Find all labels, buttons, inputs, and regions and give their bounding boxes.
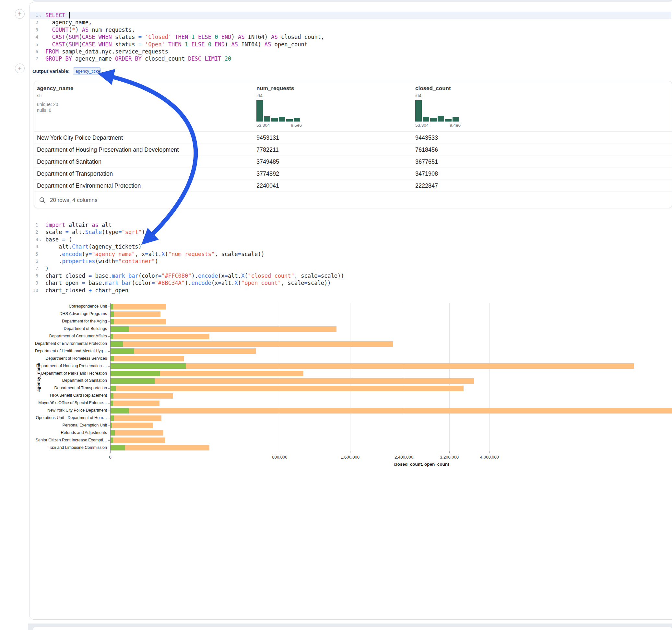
histogram-bar (257, 100, 263, 122)
code-line[interactable]: 10chart_closed + chart_open (30, 287, 671, 294)
x-axis-tick (449, 452, 450, 453)
table-cell: 7618456 (415, 146, 438, 153)
table-row[interactable]: Department of Housing Preservation and D… (34, 144, 672, 155)
code-line[interactable]: 3⌄base = ( (30, 236, 671, 243)
code-text: chart_closed + chart_open (44, 287, 128, 294)
column-header-agency-name[interactable]: agency_name str unique: 20 nulls: 0 (37, 85, 73, 113)
code-line[interactable]: 4 CAST(SUM(CASE WHEN status = 'Closed' T… (30, 33, 671, 41)
x-tick-label: 3,200,000 (430, 455, 469, 460)
y-axis-category-label: Department of Sanitation (0, 378, 107, 383)
column-histogram (257, 100, 302, 122)
y-axis-category-label: Department of Consumer Affairs (0, 334, 107, 338)
table-cell: Department of Environmental Protection (37, 183, 141, 189)
open-bar (110, 408, 129, 413)
gridline (404, 303, 404, 452)
table-row[interactable]: New York City Police Department945313194… (34, 131, 672, 144)
y-axis-tick (108, 314, 110, 314)
histogram-bar (415, 100, 422, 122)
column-name: closed_count (415, 85, 461, 92)
code-text: alt.Chart(agency_tickets) (44, 243, 142, 250)
y-axis-tick (108, 336, 110, 337)
histogram-bar (294, 118, 300, 122)
closed-bar (110, 445, 210, 451)
add-cell-button[interactable]: + (15, 64, 25, 73)
next-cell-edge (33, 627, 672, 630)
closed-bar (110, 422, 153, 428)
open-bar (110, 415, 114, 421)
y-axis-category-label: Department of Parks and Recreation (0, 371, 107, 375)
output-variable-chip[interactable]: agency_tickets (73, 67, 101, 75)
code-line[interactable]: 1import altair as alt (30, 221, 671, 228)
code-line[interactable]: 9chart_open = base.mark_bar(color="#8BC3… (30, 280, 671, 287)
y-axis-tick (108, 366, 110, 366)
open-bar (110, 334, 113, 339)
y-axis-tick (108, 381, 110, 381)
table-row[interactable]: Department of Transportation377489234719… (34, 168, 672, 179)
code-line[interactable]: 5 .encode(y="agency_name", x=alt.X("num_… (30, 250, 671, 258)
fold-chevron-icon[interactable]: ⌄ (38, 12, 44, 19)
y-axis-tick (108, 359, 110, 359)
gridline (280, 303, 280, 452)
y-axis-category-label: Operations Unit - Department of Hom… (0, 415, 107, 420)
open-bar (110, 341, 123, 347)
sql-cell-editor[interactable]: 1⌄SELECT 2 agency_name,3 COUNT(*) AS num… (30, 12, 671, 63)
table-row[interactable]: Department of Sanitation37494853677651 (34, 155, 672, 168)
table-body: New York City Police Department945313194… (34, 131, 672, 192)
code-line[interactable]: 2scale = alt.Scale(type="sqrt") (30, 228, 671, 236)
code-text: FROM sample_data.nyc.service_requests (44, 48, 168, 55)
x-axis-tick (110, 452, 111, 453)
open-bar (110, 326, 129, 332)
code-line[interactable]: 3 COUNT(*) AS num_requests, (30, 26, 671, 33)
code-text: agency_name, (44, 19, 92, 26)
histogram-max-label: 9.4e6 (450, 123, 461, 128)
code-text: COUNT(*) AS num_requests, (44, 26, 135, 33)
add-cell-button[interactable]: + (15, 9, 25, 19)
line-number: 1 (30, 12, 38, 19)
table-cell: 3749485 (257, 159, 279, 165)
code-line[interactable]: 5 CAST(SUM(CASE WHEN status = 'Open' THE… (30, 41, 671, 48)
x-tick-label: 0 (91, 455, 130, 460)
code-text: SELECT (44, 12, 70, 19)
fold-chevron-icon[interactable]: ⌄ (38, 236, 44, 243)
python-cell-editor[interactable]: 1import altair as alt2scale = alt.Scale(… (30, 221, 671, 294)
closed-bar (110, 386, 463, 391)
results-footer: 20 rows, 4 columns (34, 192, 672, 208)
code-line[interactable]: 8chart_closed = base.mark_bar(color="#FF… (30, 272, 671, 280)
code-line[interactable]: 1⌄SELECT (30, 12, 671, 19)
y-axis-category-label: Personal Exemption Unit (0, 423, 107, 428)
histogram-bar (286, 119, 293, 122)
line-number: 8 (30, 272, 38, 280)
line-number: 9 (30, 280, 38, 287)
code-text: chart_closed = base.mark_bar(color="#FFC… (44, 272, 344, 280)
code-line[interactable]: 6FROM sample_data.nyc.service_requests (30, 48, 671, 55)
line-number: 5 (30, 250, 38, 258)
code-line[interactable]: 6 .properties(width="container") (30, 258, 671, 265)
y-axis-tick (108, 433, 110, 433)
closed-bar (110, 430, 163, 436)
open-bar (110, 371, 160, 376)
code-text: import altair as alt (44, 221, 112, 228)
column-header-closed-count[interactable]: closed_count i64 53,304 9.4e6 (415, 85, 461, 128)
histogram-bar (453, 117, 459, 122)
code-line[interactable]: 7) (30, 265, 671, 272)
y-axis-category-label: Department of Environmental Protection (0, 341, 107, 346)
open-bar (110, 445, 125, 451)
open-bar (110, 363, 186, 369)
open-bar (110, 386, 116, 391)
column-header-num-requests[interactable]: num_requests i64 53,304 9.5e6 (257, 85, 302, 128)
open-bar (110, 430, 115, 436)
code-line[interactable]: 4 alt.Chart(agency_tickets) (30, 243, 671, 250)
y-axis-category-label: Senior Citizen Rent Increase Exempti… (0, 438, 107, 442)
x-tick-label: 2,400,000 (384, 455, 423, 460)
histogram-bar (264, 116, 270, 122)
y-axis-category-label: Department for the Aging (0, 319, 107, 323)
table-row[interactable]: Department of Environmental Protection22… (34, 179, 672, 192)
code-line[interactable]: 2 agency_name, (30, 19, 671, 26)
line-number: 1 (30, 221, 38, 228)
x-axis-tick (404, 452, 404, 453)
row-count-summary: 20 rows, 4 columns (50, 197, 97, 203)
histogram-bar (430, 118, 437, 122)
search-icon[interactable] (39, 197, 46, 204)
y-axis-tick (108, 307, 110, 307)
code-line[interactable]: 7GROUP BY agency_name ORDER BY closed_co… (30, 55, 671, 62)
